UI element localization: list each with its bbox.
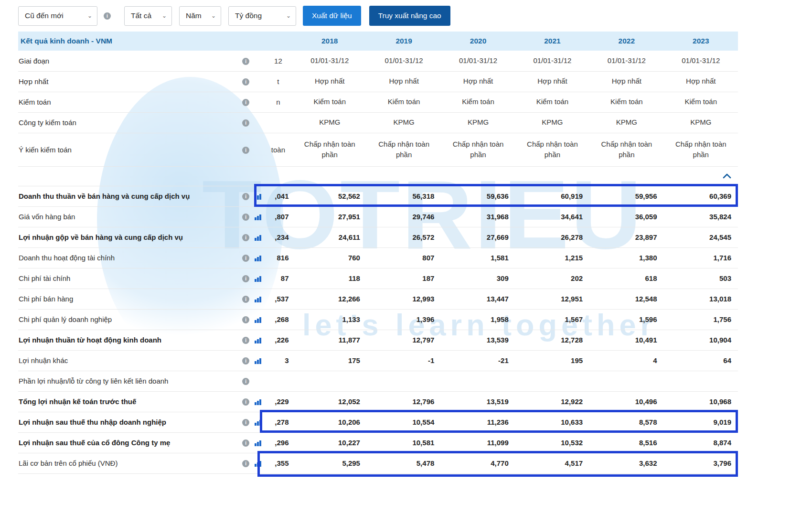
info-icon[interactable]: i [242,357,249,364]
row-icons: i [242,227,264,247]
chart-icon[interactable] [255,297,262,302]
table-title: Kết quả kinh doanh - VNM [18,32,293,51]
results-table-wrap: TOTRIEU let's learn together Kết quả kin… [18,32,794,474]
meta-value-cell: 01/01-31/12 [367,51,441,71]
collapse-section-button[interactable] [723,172,731,180]
row-label: Lợi nhuận gộp về bán hàng và cung cấp dị… [18,227,242,247]
value-cell: 11,236 [441,412,515,432]
row-icons: i [242,268,264,289]
value-cell: 12,951 [515,289,589,309]
unit-select[interactable]: Tỷ đồng ⌄ [228,6,296,26]
chevron-up-icon [723,173,731,179]
value-cell: 12,796 [367,391,441,412]
meta-value-cell: Hợp nhất [441,71,515,92]
info-icon[interactable]: i [242,398,249,406]
row-icons: i [242,371,264,391]
info-icon[interactable]: i [242,119,249,127]
value-cell: 13,018 [664,289,738,309]
value-cell: 202 [515,268,589,289]
row-label: Công ty kiểm toán [18,112,242,133]
info-icon[interactable]: i [242,378,249,385]
value-cell: 1,596 [589,309,663,330]
chart-icon[interactable] [255,461,262,467]
meta-row: Ý kiến kiểm toánitoànChấp nhận toàn phần… [18,133,738,166]
filter-value: Tất cả [131,11,151,20]
value-cell: 10,581 [367,432,441,453]
info-icon[interactable]: i [242,193,249,200]
value-cell: -21 [441,350,515,371]
row-label: Kiểm toán [18,92,242,112]
chart-icon[interactable] [255,214,262,220]
meta-value-cell: Chấp nhận toàn phần [441,133,515,166]
chevron-down-icon: ⌄ [87,12,92,19]
info-icon[interactable]: i [242,460,249,467]
row-label: Doanh thu hoạt động tài chính [18,247,242,268]
chart-icon[interactable] [255,399,262,405]
info-icon[interactable]: i [242,58,249,65]
info-icon[interactable]: i [242,316,249,323]
value-cell: 59,956 [589,186,663,206]
row-label: Tổng lợi nhuận kế toán trước thuế [18,391,242,412]
partial-value-cell: 816 [264,247,292,268]
partial-value-cell [264,112,292,133]
partial-value-cell: ,296 [264,432,292,453]
chart-icon[interactable] [255,358,262,364]
meta-value-cell: Hợp nhất [293,71,367,92]
value-cell: 12,548 [589,289,663,309]
advanced-export-button[interactable]: Truy xuất nâng cao [369,6,450,26]
row-icons: i [242,453,264,473]
row-icons: i [242,330,264,350]
info-icon[interactable]: i [104,12,111,20]
info-icon[interactable]: i [242,275,249,282]
filter-select[interactable]: Tất cả ⌄ [124,6,172,26]
value-cell: 12,728 [515,330,589,350]
value-cell: 1,215 [515,247,589,268]
meta-value-cell: Chấp nhận toàn phần [664,133,738,166]
chevron-down-icon: ⌄ [286,12,291,19]
value-cell: 5,295 [293,453,367,473]
info-icon[interactable]: i [242,337,249,344]
chart-icon[interactable] [255,420,262,426]
value-cell [515,371,589,391]
year-header: 2022 [589,32,663,51]
value-cell: 12,266 [293,289,367,309]
meta-value-cell: 01/01-31/12 [664,51,738,71]
chart-icon[interactable] [255,194,262,200]
export-data-button[interactable]: Xuất dữ liệu [303,6,361,26]
chart-icon[interactable] [255,235,262,241]
chart-icon[interactable] [255,317,262,323]
partial-value-cell: ,268 [264,309,292,330]
info-icon[interactable]: i [242,147,249,154]
value-cell: 10,532 [515,432,589,453]
info-icon[interactable]: i [242,78,249,86]
chart-icon[interactable] [255,440,262,446]
period-select[interactable]: Năm ⌄ [179,6,221,26]
meta-value-cell: Hợp nhất [367,71,441,92]
partial-value-cell: t [264,71,292,92]
value-cell: 10,227 [293,432,367,453]
row-label: Giá vốn hàng bán [18,206,242,227]
chart-icon[interactable] [255,338,262,343]
info-icon[interactable]: i [242,419,249,426]
info-icon[interactable]: i [242,439,249,447]
value-cell: 11,099 [441,432,515,453]
info-icon[interactable]: i [242,234,249,241]
row-label: Phần lợi nhuận/lỗ từ công ty liên kết li… [18,371,242,391]
info-icon[interactable]: i [242,99,249,106]
value-cell: 807 [367,247,441,268]
value-cell: 175 [293,350,367,371]
meta-row: Công ty kiểm toániKPMGKPMGKPMGKPMGKPMGKP… [18,112,738,133]
value-cell: 26,278 [515,227,589,247]
info-icon[interactable]: i [242,255,249,262]
data-row: Doanh thu thuần về bán hàng và cung cấp … [18,186,738,206]
sort-order-select[interactable]: Cũ đến mới ⌄ [18,6,97,26]
info-icon[interactable]: i [242,214,249,221]
chart-icon[interactable] [255,276,262,282]
partial-value-cell: ,226 [264,330,292,350]
row-icons: i [242,71,264,92]
value-cell: 11,877 [293,330,367,350]
table-header-row: Kết quả kinh doanh - VNM 201820192020202… [18,32,738,51]
row-icons: i [242,133,264,166]
info-icon[interactable]: i [242,296,249,303]
chart-icon[interactable] [255,256,262,261]
